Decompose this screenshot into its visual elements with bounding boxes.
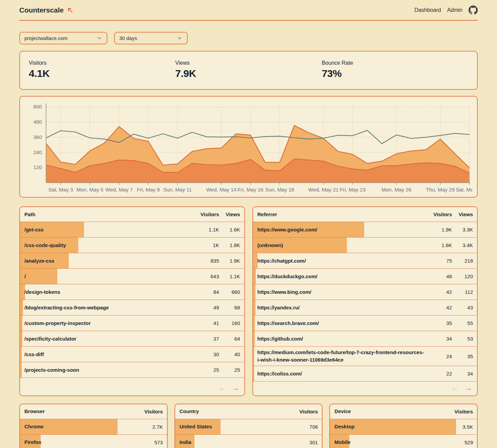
row-visitors: 643 bbox=[195, 273, 219, 279]
next-page-button[interactable]: → bbox=[464, 383, 472, 393]
row-views: 1.1K bbox=[219, 273, 240, 279]
row-visitors: 1.1K bbox=[195, 227, 219, 232]
table-row[interactable]: https://www.bing.com/42112 bbox=[253, 284, 477, 300]
browser-table-header: BrowserVisitors bbox=[20, 404, 167, 419]
row-label: https://www.google.com/ bbox=[257, 226, 429, 233]
row-label: /specificity-calculator bbox=[24, 335, 195, 343]
traffic-chart-card: 120240360480600Sat, May 3Mon, May 5Wed, … bbox=[19, 96, 478, 198]
svg-text:Sun, May 18: Sun, May 18 bbox=[265, 187, 294, 192]
table-row[interactable]: https://yandex.ru/4243 bbox=[253, 300, 477, 315]
prev-page-button[interactable]: ← bbox=[451, 383, 459, 393]
row-visitors: 3.5K bbox=[449, 424, 473, 430]
row-label: /blog/extracting-css-from-webpage bbox=[24, 304, 195, 311]
row-bar bbox=[20, 315, 22, 331]
row-views: 64 bbox=[219, 336, 240, 342]
table-row[interactable]: https://medium.com/lets-code-future/top-… bbox=[253, 347, 477, 366]
row-views: 40 bbox=[219, 351, 240, 357]
table-row[interactable]: /projects-coming-soon2525 bbox=[20, 362, 244, 378]
table-row[interactable]: United States706 bbox=[175, 419, 322, 435]
row-visitors: 22 bbox=[428, 371, 452, 376]
next-page-button[interactable]: → bbox=[232, 383, 240, 393]
stat-label: Visitors bbox=[29, 60, 175, 66]
row-views: 120 bbox=[452, 273, 473, 279]
row-label: https://yandex.ru/ bbox=[257, 304, 429, 311]
github-icon[interactable] bbox=[469, 5, 478, 15]
filters-bar: projectwallace.com 30 days bbox=[19, 32, 478, 44]
nav-admin[interactable]: Admin bbox=[447, 7, 462, 13]
table-row[interactable]: https://www.google.com/1.9K3.3K bbox=[253, 222, 477, 238]
table-pagination: ←→ bbox=[20, 382, 244, 395]
column-header: Visitors bbox=[428, 211, 452, 217]
row-label: https://chatgpt.com/ bbox=[257, 257, 429, 265]
row-visitors: 1K bbox=[195, 242, 219, 248]
table-row[interactable]: https://search.brave.com/3555 bbox=[253, 315, 477, 331]
path-table-header: PathVisitorsViews bbox=[20, 207, 244, 222]
table-row[interactable]: Mobile529 bbox=[330, 435, 477, 448]
table-row[interactable]: /css-code-quality1K1.8K bbox=[20, 238, 244, 253]
stat-value: 7.9K bbox=[175, 68, 322, 79]
table-row[interactable]: https://github.com/3453 bbox=[253, 331, 477, 347]
row-label: /projects-coming-soon bbox=[24, 366, 195, 374]
svg-text:Mon, May 5: Mon, May 5 bbox=[77, 187, 104, 192]
table-row[interactable]: https://coliss.com/2234 bbox=[253, 366, 477, 382]
table-row[interactable]: /analyze-css8351.9K bbox=[20, 253, 244, 269]
prev-page-button[interactable]: ← bbox=[219, 383, 226, 393]
row-visitors: 1.6K bbox=[428, 242, 452, 248]
stat-label: Bounce Rate bbox=[322, 60, 468, 66]
svg-text:120: 120 bbox=[33, 164, 42, 170]
row-visitors: 37 bbox=[195, 336, 219, 342]
row-bar bbox=[253, 315, 255, 331]
table-row[interactable]: /custom-property-inspector41160 bbox=[20, 315, 244, 331]
device-table-header: DeviceVisitors bbox=[330, 404, 477, 419]
date-range-selector[interactable]: 30 days bbox=[114, 32, 188, 44]
table-row[interactable]: /blog/extracting-css-from-webpage4968 bbox=[20, 300, 244, 315]
referrer-table-card: ReferrerVisitorsViewshttps://www.google.… bbox=[252, 206, 478, 396]
table-row[interactable]: Firefox573 bbox=[20, 435, 167, 448]
row-label: /analyze-css bbox=[24, 257, 195, 265]
row-label: /get-css bbox=[24, 226, 195, 233]
table-row[interactable]: /get-css1.1K1.6K bbox=[20, 222, 244, 238]
table-row[interactable]: Desktop3.5K bbox=[330, 419, 477, 435]
site-selector-value: projectwallace.com bbox=[24, 35, 68, 41]
row-visitors: 301 bbox=[294, 440, 318, 445]
table-row[interactable]: /design-tokens84660 bbox=[20, 284, 244, 300]
table-row[interactable]: /css-diff3040 bbox=[20, 347, 244, 362]
traffic-chart: 120240360480600Sat, May 3Mon, May 5Wed, … bbox=[25, 99, 472, 194]
logo[interactable]: Counterscale bbox=[19, 6, 74, 14]
row-views: 1.9K bbox=[219, 258, 240, 264]
column-header: Country bbox=[180, 408, 294, 415]
column-header: Views bbox=[452, 211, 473, 217]
stat-label: Views bbox=[175, 60, 322, 66]
svg-text:Wed, May 21: Wed, May 21 bbox=[308, 187, 338, 192]
table-row[interactable]: /6431.1K bbox=[20, 269, 244, 284]
table-row[interactable]: https://chatgpt.com/75218 bbox=[253, 253, 477, 269]
row-views: 1.8K bbox=[219, 242, 240, 248]
row-visitors: 24 bbox=[428, 353, 452, 359]
nav-dashboard[interactable]: Dashboard bbox=[414, 7, 441, 13]
tables-row: PathVisitorsViews/get-css1.1K1.6K/css-co… bbox=[19, 206, 478, 396]
table-row[interactable]: /specificity-calculator3764 bbox=[20, 331, 244, 347]
row-views: 218 bbox=[452, 258, 473, 264]
table-row[interactable]: India301 bbox=[175, 435, 322, 448]
chevron-down-icon bbox=[177, 35, 183, 41]
row-label: https://medium.com/lets-code-future/top-… bbox=[257, 349, 429, 364]
row-bar bbox=[253, 331, 255, 346]
row-views: 112 bbox=[452, 289, 473, 295]
row-label: Desktop bbox=[334, 423, 449, 430]
stat-value: 73% bbox=[322, 68, 468, 79]
table-row[interactable]: (unknown)1.6K3.4K bbox=[253, 238, 477, 253]
row-views: 3.3K bbox=[452, 227, 473, 232]
table-row[interactable]: https://duckduckgo.com/48120 bbox=[253, 269, 477, 284]
row-visitors: 49 bbox=[195, 305, 219, 310]
table-row[interactable]: Chrome2.7K bbox=[20, 419, 167, 435]
svg-text:Wed, May 7: Wed, May 7 bbox=[105, 187, 133, 192]
row-label: https://github.com/ bbox=[257, 335, 429, 343]
site-selector[interactable]: projectwallace.com bbox=[19, 32, 107, 44]
row-visitors: 1.9K bbox=[428, 227, 452, 232]
row-visitors: 41 bbox=[195, 320, 219, 326]
row-bar bbox=[20, 362, 22, 378]
page: Counterscale Dashboard Admin projectwall… bbox=[0, 0, 497, 448]
row-label: / bbox=[24, 273, 195, 280]
row-visitors: 35 bbox=[428, 320, 452, 326]
svg-text:Sat, May 31: Sat, May 31 bbox=[456, 187, 472, 192]
